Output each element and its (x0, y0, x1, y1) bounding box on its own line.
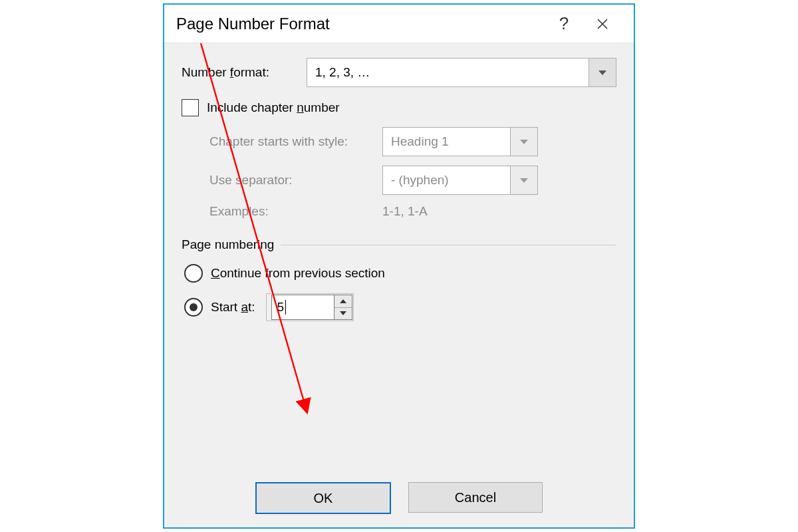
include-chapter-label: Include chapter number (207, 100, 340, 115)
separator-dropdown-button (510, 166, 537, 194)
include-chapter-checkbox[interactable]: Include chapter number (182, 99, 616, 116)
separator-select: - (hyphen) (382, 166, 538, 195)
ok-button[interactable]: OK (255, 482, 391, 514)
spinner-down-button[interactable] (334, 308, 352, 320)
continue-radio[interactable]: Continue from previous section (184, 264, 616, 283)
dialog-button-row: OK Cancel (164, 482, 634, 514)
number-format-row: Number format: 1, 2, 3, … (182, 58, 616, 87)
help-button[interactable]: ? (545, 5, 583, 43)
triangle-up-icon (340, 299, 346, 303)
number-format-value: 1, 2, 3, … (307, 65, 589, 80)
examples-label: Examples: (209, 204, 382, 219)
radio-button (184, 298, 203, 317)
page-numbering-title: Page numbering (182, 237, 281, 252)
text-caret (285, 300, 286, 315)
cancel-button[interactable]: Cancel (408, 482, 543, 513)
separator-value: - (hyphen) (383, 173, 510, 188)
examples-value: 1-1, 1-A (382, 204, 428, 219)
page-numbering-section-header: Page numbering (182, 237, 616, 252)
spinner-buttons (334, 295, 352, 319)
radio-dot (190, 303, 198, 311)
annotation-arrow (164, 43, 636, 532)
start-at-spinner[interactable]: 5 (271, 295, 352, 320)
chapter-style-dropdown-button (510, 128, 537, 156)
start-at-label: Start at: (211, 300, 255, 315)
titlebar: Page Number Format ? (164, 5, 634, 43)
start-at-radio[interactable]: Start at: 5 (184, 295, 616, 320)
close-button[interactable] (583, 5, 622, 43)
spinner-up-button[interactable] (334, 295, 352, 308)
continue-label: Continue from previous section (211, 266, 385, 281)
dialog-title: Page Number Format (176, 15, 545, 33)
chevron-down-icon (598, 70, 606, 75)
chapter-options-group: Chapter starts with style: Heading 1 Use… (182, 127, 616, 219)
chapter-style-select: Heading 1 (382, 127, 538, 156)
chapter-style-value: Heading 1 (383, 134, 510, 149)
start-at-spinner-frame: 5 (267, 295, 352, 320)
start-at-value[interactable]: 5 (272, 300, 334, 315)
chevron-down-icon (520, 178, 528, 183)
close-icon (597, 18, 608, 30)
separator-rule (281, 245, 616, 245)
triangle-down-icon (340, 311, 346, 315)
number-format-label: Number format: (182, 65, 307, 80)
checkbox-box (182, 99, 199, 116)
chevron-down-icon (520, 140, 528, 144)
number-format-dropdown-button[interactable] (589, 59, 616, 86)
radio-button (184, 264, 203, 283)
page-number-format-dialog: Page Number Format ? Number format: 1, 2… (163, 3, 635, 529)
number-format-select[interactable]: 1, 2, 3, … (307, 58, 616, 87)
separator-label: Use separator: (209, 173, 382, 188)
dialog-body: Number format: 1, 2, 3, … Include chapte… (164, 43, 634, 527)
chapter-style-label: Chapter starts with style: (209, 134, 382, 149)
